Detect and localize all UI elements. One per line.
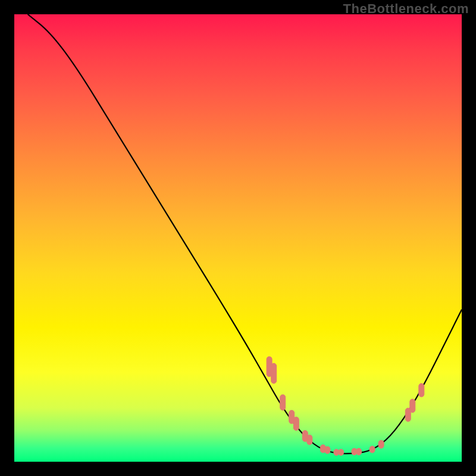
data-marker bbox=[369, 446, 375, 453]
chart-area bbox=[14, 14, 462, 462]
watermark-text: TheBottleneck.com bbox=[343, 1, 469, 17]
data-marker bbox=[410, 399, 415, 413]
data-marker bbox=[307, 435, 312, 445]
data-marker bbox=[293, 417, 299, 431]
data-markers bbox=[267, 356, 424, 455]
chart-svg bbox=[14, 14, 462, 462]
data-marker bbox=[378, 440, 384, 449]
data-marker bbox=[419, 383, 424, 397]
data-marker bbox=[356, 448, 362, 455]
data-marker bbox=[325, 446, 330, 453]
data-marker bbox=[280, 394, 286, 410]
data-marker bbox=[339, 449, 344, 456]
bottleneck-curve bbox=[28, 14, 462, 453]
data-marker bbox=[271, 364, 277, 384]
